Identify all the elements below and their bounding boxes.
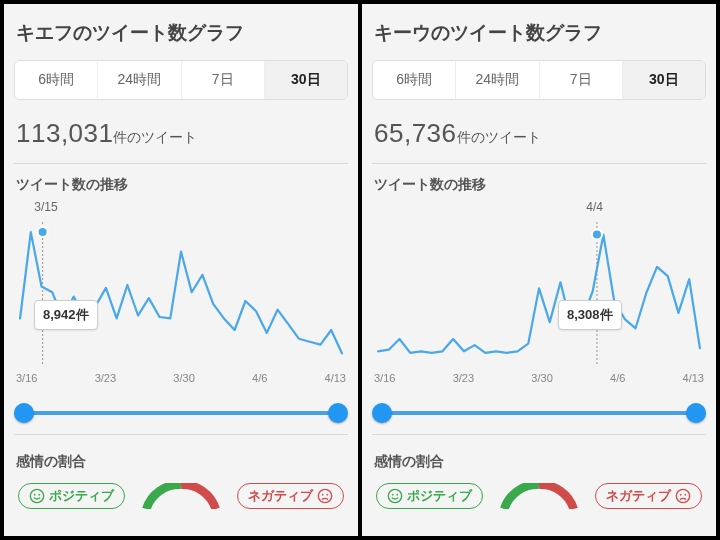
- trend-heading: ツイート数の推移: [14, 174, 348, 200]
- emotion-row: ポジティブネガティブ: [14, 477, 348, 509]
- x-tick: 3/16: [16, 372, 37, 384]
- positive-label: ポジティブ: [407, 487, 472, 505]
- slider-track: [380, 411, 698, 415]
- negative-label: ネガティブ: [606, 487, 671, 505]
- negative-label: ネガティブ: [248, 487, 313, 505]
- positive-badge[interactable]: ポジティブ: [376, 483, 483, 509]
- tweet-count-number: 113,031: [16, 118, 113, 148]
- positive-badge[interactable]: ポジティブ: [18, 483, 125, 509]
- svg-point-2: [38, 494, 40, 496]
- x-tick: 3/30: [173, 372, 194, 384]
- sentiment-gauge: [136, 483, 226, 509]
- svg-point-5: [326, 494, 328, 496]
- svg-point-8: [396, 494, 398, 496]
- time-range-tabs: 6時間24時間7日30日: [372, 60, 706, 100]
- emotion-heading: 感情の割合: [14, 451, 348, 477]
- trend-chart[interactable]: 8,308件3/163/233/304/64/13: [372, 218, 706, 398]
- tweet-count-number: 65,736: [374, 118, 457, 148]
- smile-icon: [387, 488, 403, 504]
- tweet-count-suffix: 件のツイート: [113, 129, 197, 145]
- emotion-heading: 感情の割合: [372, 451, 706, 477]
- trend-chart[interactable]: 8,942件3/163/233/304/64/13: [14, 218, 348, 398]
- trend-heading: ツイート数の推移: [372, 174, 706, 200]
- svg-point-1: [34, 494, 36, 496]
- tab-6時間[interactable]: 6時間: [15, 61, 97, 99]
- tab-24時間[interactable]: 24時間: [97, 61, 180, 99]
- tab-6時間[interactable]: 6時間: [373, 61, 455, 99]
- frown-icon: [317, 488, 333, 504]
- emotion-section: 感情の割合ポジティブネガティブ: [14, 445, 348, 509]
- tweet-count: 65,736件のツイート: [372, 100, 706, 161]
- negative-badge[interactable]: ネガティブ: [595, 483, 702, 509]
- date-range-slider[interactable]: [14, 402, 348, 424]
- x-axis: 3/163/233/304/64/13: [372, 372, 706, 384]
- tab-30日[interactable]: 30日: [622, 61, 705, 99]
- trend-line: [20, 232, 342, 353]
- date-range-slider[interactable]: [372, 402, 706, 424]
- tab-30日[interactable]: 30日: [264, 61, 347, 99]
- peak-date-label: 3/15: [14, 200, 348, 214]
- smile-icon: [29, 488, 45, 504]
- x-tick: 4/6: [252, 372, 267, 384]
- tab-24時間[interactable]: 24時間: [455, 61, 538, 99]
- svg-point-7: [392, 494, 394, 496]
- negative-badge[interactable]: ネガティブ: [237, 483, 344, 509]
- svg-point-0: [30, 489, 43, 502]
- svg-point-4: [322, 494, 324, 496]
- peak-tooltip: 8,308件: [558, 300, 622, 330]
- slider-handle-right[interactable]: [686, 403, 706, 423]
- tweet-count: 113,031件のツイート: [14, 100, 348, 161]
- svg-point-6: [388, 489, 401, 502]
- peak-dot: [38, 227, 48, 237]
- svg-point-3: [318, 489, 331, 502]
- tweet-count-suffix: 件のツイート: [457, 129, 541, 145]
- slider-handle-left[interactable]: [14, 403, 34, 423]
- x-tick: 3/23: [453, 372, 474, 384]
- x-tick: 3/16: [374, 372, 395, 384]
- trend-line: [378, 235, 700, 353]
- panel-title: キーウのツイート数グラフ: [372, 12, 706, 60]
- panel-title: キエフのツイート数グラフ: [14, 12, 348, 60]
- slider-handle-right[interactable]: [328, 403, 348, 423]
- x-tick: 4/13: [683, 372, 704, 384]
- peak-tooltip: 8,942件: [34, 300, 98, 330]
- svg-point-11: [684, 494, 686, 496]
- peak-dot: [592, 230, 602, 240]
- x-tick: 4/6: [610, 372, 625, 384]
- positive-label: ポジティブ: [49, 487, 114, 505]
- x-tick: 3/23: [95, 372, 116, 384]
- panel-left: キエフのツイート数グラフ6時間24時間7日30日113,031件のツイートツイー…: [4, 4, 358, 536]
- x-axis: 3/163/233/304/64/13: [14, 372, 348, 384]
- slider-track: [22, 411, 340, 415]
- app-frame: キエフのツイート数グラフ6時間24時間7日30日113,031件のツイートツイー…: [0, 0, 720, 540]
- tab-7日[interactable]: 7日: [181, 61, 264, 99]
- panel-right: キーウのツイート数グラフ6時間24時間7日30日65,736件のツイートツイート…: [362, 4, 716, 536]
- emotion-row: ポジティブネガティブ: [372, 477, 706, 509]
- peak-date-label: 4/4: [372, 200, 706, 214]
- sentiment-gauge: [494, 483, 584, 509]
- slider-handle-left[interactable]: [372, 403, 392, 423]
- time-range-tabs: 6時間24時間7日30日: [14, 60, 348, 100]
- svg-point-10: [680, 494, 682, 496]
- x-tick: 3/30: [531, 372, 552, 384]
- tab-7日[interactable]: 7日: [539, 61, 622, 99]
- svg-point-9: [676, 489, 689, 502]
- frown-icon: [675, 488, 691, 504]
- x-tick: 4/13: [325, 372, 346, 384]
- emotion-section: 感情の割合ポジティブネガティブ: [372, 445, 706, 509]
